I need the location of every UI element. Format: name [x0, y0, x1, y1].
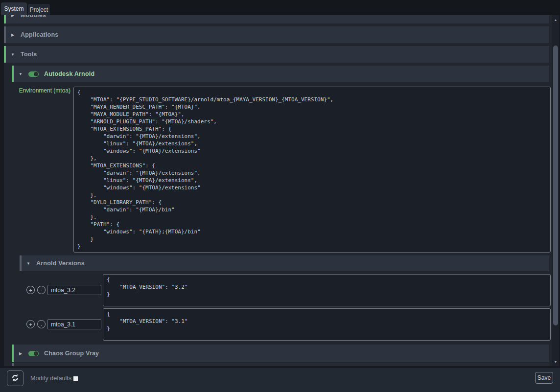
version-key-input[interactable] — [47, 319, 101, 329]
section-header-arnold-versions[interactable]: ▼ Arnold Versions — [20, 255, 549, 271]
section-header-chaos-group-vray[interactable]: ▶ Chaos Group Vray — [12, 345, 549, 362]
section-header-applications[interactable]: ▶ Applications — [4, 26, 549, 43]
modify-defaults-label: Modify defaults — [30, 375, 71, 382]
scrollbar-thumb[interactable] — [553, 46, 558, 325]
section-modules-clipped: ▶ Modules — [4, 15, 549, 23]
remove-version-button[interactable]: - — [37, 320, 46, 328]
version-key-input[interactable] — [47, 285, 101, 295]
section-label: Arnold Versions — [36, 260, 85, 267]
add-version-button[interactable]: + — [26, 286, 35, 294]
tab-system[interactable]: System — [1, 2, 27, 15]
chevron-right-icon: ▶ — [10, 15, 15, 18]
settings-window: System Project ▶ Modules ▶ Applications … — [0, 0, 560, 392]
scroll-up-arrow-icon[interactable]: ▲ — [552, 16, 559, 23]
footer-bar: Modify defaults Save — [0, 368, 560, 392]
chevron-down-icon: ▼ — [18, 72, 23, 76]
chevron-down-icon: ▼ — [26, 261, 31, 266]
version-json-textarea[interactable]: { "MTOA_VERSION": "3.2" } — [103, 274, 551, 306]
save-button[interactable]: Save — [535, 372, 553, 384]
section-label: Chaos Group Vray — [44, 350, 99, 357]
version-json-textarea[interactable]: { "MTOA_VERSION": "3.1" } — [103, 308, 551, 341]
settings-scroll-area: ▶ Modules ▶ Applications ▼ Tools ▼ Autod… — [0, 15, 552, 366]
scroll-down-arrow-icon[interactable]: ▼ — [552, 358, 559, 365]
section-label: Applications — [21, 31, 58, 38]
modify-defaults-checkbox[interactable] — [73, 376, 78, 381]
tab-project[interactable]: Project — [28, 4, 50, 15]
remove-version-button[interactable]: - — [37, 286, 46, 294]
next-section-clipped — [12, 363, 549, 366]
chevron-right-icon: ▶ — [18, 351, 23, 356]
section-header-tools[interactable]: ▼ Tools — [4, 46, 549, 63]
vray-enabled-toggle[interactable] — [28, 351, 39, 356]
section-label: Tools — [21, 51, 37, 58]
arnold-enabled-toggle[interactable] — [28, 71, 39, 77]
environment-json-textarea[interactable]: { "MTOA": "{PYPE_STUDIO_SOFTWARE}/arnold… — [73, 87, 551, 253]
refresh-button[interactable] — [7, 370, 23, 386]
chevron-down-icon: ▼ — [10, 52, 15, 57]
section-header-autodesk-arnold[interactable]: ▼ Autodesk Arnold — [12, 66, 549, 82]
add-version-button[interactable]: + — [26, 320, 35, 328]
section-header-modules[interactable]: ▶ Modules — [4, 15, 549, 23]
left-margin — [0, 15, 4, 366]
environment-mtoa-label: Environment (mtoa) — [5, 87, 70, 94]
section-label: Modules — [21, 15, 46, 19]
refresh-icon — [11, 373, 20, 384]
chevron-right-icon: ▶ — [10, 33, 15, 37]
vertical-scrollbar[interactable]: ▲ ▼ — [552, 15, 559, 366]
section-label: Autodesk Arnold — [44, 70, 94, 77]
tab-bar: System Project — [0, 0, 560, 15]
